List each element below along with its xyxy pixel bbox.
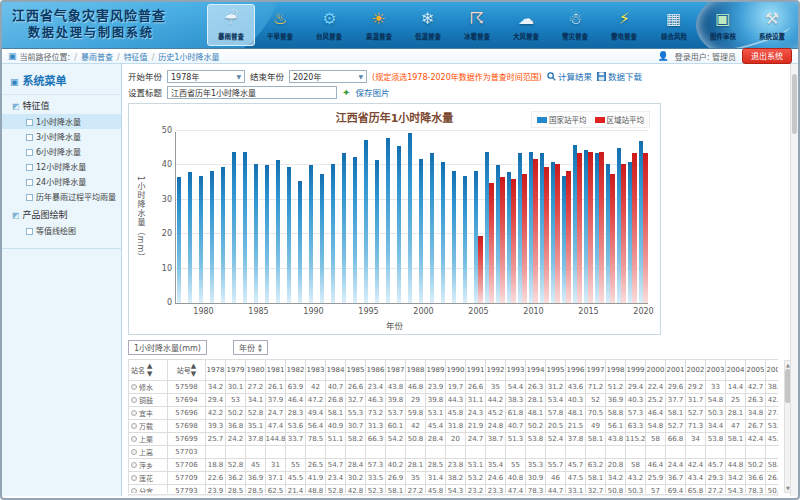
column-header-year[interactable]: 1982: [286, 359, 306, 381]
toolbar-item-label: 高温普查: [357, 31, 399, 40]
toolbar-item-rainstorm[interactable]: ☔暴雨普查: [207, 4, 255, 46]
column-header-year[interactable]: 1997: [586, 359, 606, 381]
value-cell: 48.1: [566, 407, 586, 420]
column-header-year[interactable]: 2006: [766, 359, 778, 381]
column-header-year[interactable]: 1991: [466, 359, 486, 381]
station-name-cell[interactable]: 莲花: [128, 472, 168, 485]
bar-national-1992: [331, 164, 336, 303]
sidebar-item-3小时降水量[interactable]: 3小时降水量: [2, 129, 121, 144]
end-year-select[interactable]: 2020年▼: [289, 70, 367, 83]
column-header-year[interactable]: 2005: [746, 359, 766, 381]
scrollbar-thumb[interactable]: [792, 74, 797, 134]
column-header-year[interactable]: 1979: [226, 359, 246, 381]
main-panel: 开始年份 1978年▼ 结束年份 2020年▼ (规定须选1978-2020年数…: [122, 64, 798, 496]
sidebar-group-label[interactable]: ◩特征值: [2, 95, 121, 114]
page-vertical-scrollbar[interactable]: [790, 64, 798, 496]
calculate-button[interactable]: 计算结果: [547, 70, 592, 82]
station-name-cell[interactable]: 上栗: [128, 433, 168, 446]
data-download-button[interactable]: 数据下载: [597, 70, 642, 82]
row-expand-icon[interactable]: [131, 436, 137, 442]
year-sort-selector[interactable]: 年份 ▲▼: [233, 340, 268, 355]
column-header-year[interactable]: 1984: [326, 359, 346, 381]
horizontal-scrollbar[interactable]: [128, 494, 778, 496]
bar-regional-2011: [544, 167, 549, 303]
breadcrumb-item[interactable]: 暴雨普查: [81, 53, 113, 62]
row-expand-icon[interactable]: [131, 397, 137, 403]
station-name-cell[interactable]: 修水: [128, 381, 168, 394]
value-cell: 63.9: [286, 381, 306, 394]
row-expand-icon[interactable]: [131, 410, 137, 416]
station-name-cell[interactable]: 铜鼓: [128, 394, 168, 407]
column-header-year[interactable]: 1994: [526, 359, 546, 381]
column-header-year[interactable]: 1999: [626, 359, 646, 381]
value-cell: 23.8: [446, 459, 466, 472]
start-year-select[interactable]: 1978年▼: [167, 70, 245, 83]
column-header-year[interactable]: 1986: [366, 359, 386, 381]
sidebar-item-等值线绘图[interactable]: 等值线绘图: [2, 223, 121, 238]
lightning-icon: ⚡: [601, 6, 647, 31]
column-header-year[interactable]: 1989: [426, 359, 446, 381]
toolbar-item-settings[interactable]: ⚒系统设置: [748, 4, 796, 46]
column-header-year[interactable]: 1990: [446, 359, 466, 381]
column-header-year[interactable]: 1993: [506, 359, 526, 381]
column-header-year[interactable]: 2002: [686, 359, 706, 381]
toolbar-item-lightning[interactable]: ⚡雷电普查: [600, 4, 648, 46]
station-name-cell[interactable]: 宜丰: [128, 407, 168, 420]
column-header-year[interactable]: 2001: [666, 359, 686, 381]
toolbar-item-snow[interactable]: ☃雪灾普查: [551, 4, 599, 46]
toolbar-item-label: 综合风险: [652, 31, 694, 40]
column-header-year[interactable]: 1987: [386, 359, 406, 381]
sidebar-group-label[interactable]: ◩产品图绘制: [2, 204, 121, 223]
bar-national-1985: [254, 164, 259, 303]
row-expand-icon[interactable]: [131, 384, 137, 390]
column-header-year[interactable]: 1985: [346, 359, 366, 381]
sidebar-item-历年暴雨过程平均雨量[interactable]: 历年暴雨过程平均雨量: [2, 189, 121, 204]
metric-selector[interactable]: 1小时降水量(mm): [128, 340, 207, 355]
column-header-year[interactable]: 1980: [246, 359, 266, 381]
value-cell: 34: [686, 433, 706, 446]
toolbar-item-low-temp[interactable]: ❄低温普查: [404, 4, 452, 46]
y-axis-tick: 10: [154, 264, 172, 273]
row-expand-icon[interactable]: [131, 449, 137, 455]
snow-icon: ☃: [552, 6, 598, 31]
toolbar-item-calculator[interactable]: ▦综合风险: [650, 4, 698, 46]
station-name-cell[interactable]: 万载: [128, 420, 168, 433]
sidebar-item-12小时降水量[interactable]: 12小时降水量: [2, 159, 121, 174]
column-header-year[interactable]: 1981: [266, 359, 286, 381]
breadcrumb-item[interactable]: 特征值: [124, 53, 148, 62]
column-header-year[interactable]: 1992: [486, 359, 506, 381]
toolbar-item-gale[interactable]: ☁大风普查: [502, 4, 550, 46]
sidebar-item-6小时降水量[interactable]: 6小时降水量: [2, 144, 121, 159]
column-header-year[interactable]: 1983: [306, 359, 326, 381]
column-header-year[interactable]: 1998: [606, 359, 626, 381]
toolbar-item-high-temp[interactable]: ☀高温普查: [355, 4, 403, 46]
logout-button[interactable]: 退出系统: [742, 48, 792, 64]
row-expand-icon[interactable]: [131, 462, 137, 468]
column-header-year[interactable]: 1996: [566, 359, 586, 381]
value-cell: 56.4: [306, 420, 326, 433]
breadcrumb-item[interactable]: 历史1小时降水量: [158, 53, 219, 62]
station-name-cell[interactable]: 上高: [128, 446, 168, 459]
column-header-year[interactable]: 2000: [646, 359, 666, 381]
toolbar-item-hail[interactable]: ☈冰雹普查: [453, 4, 501, 46]
row-expand-icon[interactable]: [131, 475, 137, 481]
column-header-station-id[interactable]: 站号▲▼: [168, 359, 206, 381]
row-expand-icon[interactable]: [131, 488, 137, 493]
sidebar-item-24小时降水量[interactable]: 24小时降水量: [2, 174, 121, 189]
column-header-year[interactable]: 1995: [546, 359, 566, 381]
station-id-cell: 57598: [168, 381, 206, 394]
save-image-button[interactable]: 保存图片: [355, 86, 389, 98]
toolbar-item-drought[interactable]: ♨干旱普查: [256, 4, 304, 46]
column-header-year[interactable]: 2003: [706, 359, 726, 381]
column-header-year[interactable]: 1978: [206, 359, 226, 381]
station-name-cell[interactable]: 萍乡: [128, 459, 168, 472]
toolbar-item-typhoon[interactable]: ⚙台风普查: [305, 4, 353, 46]
column-header-year[interactable]: 2004: [726, 359, 746, 381]
sidebar-item-1小时降水量[interactable]: 1小时降水量: [2, 114, 121, 129]
column-header-station-name[interactable]: 站名▲▼: [128, 359, 168, 381]
column-header-year[interactable]: 1988: [406, 359, 426, 381]
chart-title-input[interactable]: [167, 86, 337, 99]
toolbar-item-map-review[interactable]: ▣图件审核: [699, 4, 747, 46]
row-expand-icon[interactable]: [131, 423, 137, 429]
station-name-cell[interactable]: 分宜: [128, 485, 168, 493]
